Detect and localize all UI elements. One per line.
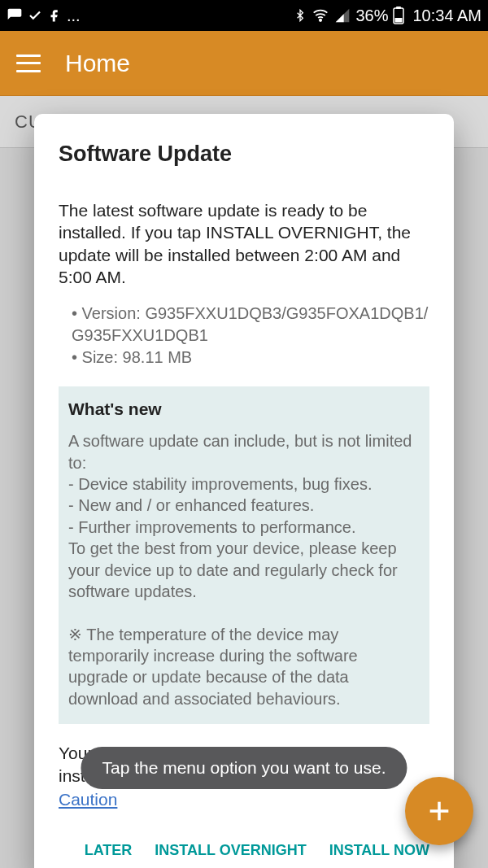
- svg-rect-3: [395, 18, 403, 23]
- add-fab[interactable]: [405, 777, 473, 845]
- dialog-title: Software Update: [59, 142, 429, 167]
- whats-new-panel: What's new A software update can include…: [59, 386, 429, 724]
- battery-icon: [393, 7, 404, 24]
- dialog-intro: The latest software update is ready to b…: [59, 199, 429, 288]
- facebook-icon: [47, 8, 62, 23]
- whats-new-body: A software update can include, but is no…: [68, 430, 420, 709]
- svg-point-0: [320, 20, 322, 22]
- later-button[interactable]: LATER: [85, 842, 133, 859]
- app-bar: Home: [0, 31, 488, 96]
- caution-link[interactable]: Caution: [59, 790, 117, 809]
- bluetooth-icon: [294, 7, 307, 24]
- install-overnight-button[interactable]: INSTALL OVERNIGHT: [155, 842, 306, 859]
- status-right: 36% 10:34 AM: [294, 7, 481, 25]
- wifi-icon: [312, 7, 329, 24]
- status-bar: ... 36% 10:34 AM: [0, 0, 488, 31]
- toast: Tap the menu option you want to use.: [81, 747, 407, 789]
- dialog-actions: LATER INSTALL OVERNIGHT INSTALL NOW: [59, 842, 429, 859]
- install-now-button[interactable]: INSTALL NOW: [329, 842, 429, 859]
- clock-text: 10:34 AM: [412, 7, 481, 25]
- check-icon: [28, 8, 42, 23]
- dialog-meta: • Version: G935FXXU1DQB3/G935FOXA1DQB1/ …: [59, 303, 429, 369]
- message-icon: [7, 7, 23, 24]
- signal-icon: [334, 7, 351, 24]
- svg-rect-2: [396, 7, 401, 9]
- version-line: • Version: G935FXXU1DQB3/G935FOXA1DQB1/ …: [72, 303, 429, 347]
- app-title: Home: [65, 50, 130, 77]
- plus-icon: [425, 797, 453, 825]
- size-line: • Size: 98.11 MB: [72, 347, 429, 369]
- menu-icon[interactable]: [16, 55, 41, 72]
- whats-new-title: What's new: [68, 399, 420, 419]
- status-left: ...: [7, 7, 294, 25]
- notification-ellipsis: ...: [67, 7, 81, 25]
- battery-percent: 36%: [355, 7, 388, 25]
